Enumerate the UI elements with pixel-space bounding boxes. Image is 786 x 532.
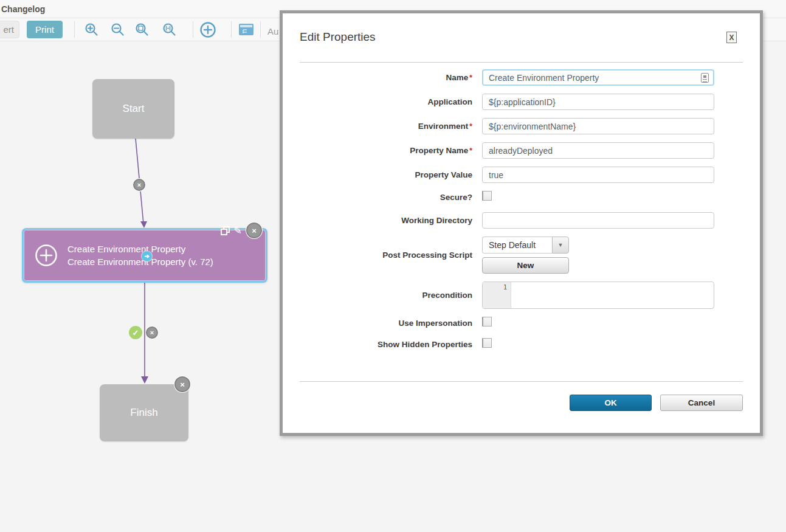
tab-changelog[interactable]: Changelog [0,4,45,14]
field-row-property-name: Property Name* [300,142,743,159]
precondition-code-area[interactable] [511,282,714,308]
toolbar-separator [231,21,232,38]
property-name-input[interactable] [482,142,714,159]
zoom-in-icon[interactable] [83,22,101,38]
step-node-version: Create Environment Property (v. 72) [67,255,213,268]
secure-checkbox[interactable] [482,191,492,201]
required-marker: * [469,74,472,82]
toolbar-separator [74,21,75,38]
environment-label: Environment [418,122,469,131]
finish-node-label: Finish [130,407,157,419]
field-row-environment: Environment* [300,118,743,134]
connector-delete-icon[interactable]: × [133,179,145,191]
show-hidden-properties-label: Show Hidden Properties [377,340,472,349]
zoom-out-icon[interactable] [109,22,127,38]
zoom-fit-icon[interactable] [133,22,151,38]
environment-input[interactable] [482,118,714,134]
dialog-title: Edit Properties [300,30,376,44]
add-step-icon[interactable] [199,22,217,38]
expand-step-icon[interactable] [35,244,58,267]
close-icon[interactable]: X [726,32,737,43]
post-processing-script-label: Post Processing Script [382,250,472,260]
secure-label: Secure? [440,193,472,202]
divider [300,62,743,63]
required-marker: * [469,122,472,131]
working-directory-input[interactable] [482,212,714,229]
use-impersonation-checkbox[interactable] [482,317,492,326]
copy-step-icon[interactable] [221,226,230,235]
toolbar-separator [193,21,193,38]
property-name-label: Property Name [410,146,468,155]
step-node-create-environment-property[interactable]: Create Environment Property Create Envir… [22,228,267,283]
field-row-name: Name* [300,69,743,86]
property-value-label: Property Value [415,170,472,179]
required-marker: * [469,147,472,155]
auto-layout-label: Au [267,26,278,36]
step-node-name: Create Environment Property [67,243,213,255]
drag-connection-icon[interactable]: ➜ [142,251,152,261]
precondition-editor[interactable]: 1 [482,282,714,309]
precondition-label: Precondition [422,291,472,300]
toolbar-separator [260,21,261,38]
print-button[interactable]: Print [27,21,63,38]
toggle-palette-icon[interactable] [237,22,255,38]
field-row-post-processing-script: Post Processing Script Step Default ▼ Ne… [300,237,743,274]
name-label: Name [446,73,469,82]
show-hidden-properties-checkbox[interactable] [482,338,492,348]
line-number: 1 [483,282,511,308]
delete-step-icon[interactable]: × [246,223,262,238]
success-condition-icon[interactable]: ✓ [129,326,142,339]
zoom-actual-icon[interactable] [160,22,179,38]
post-processing-script-select[interactable]: Step Default ▼ [482,237,569,254]
new-script-button[interactable]: New [482,257,569,274]
revert-button[interactable]: ert [0,21,19,38]
field-row-secure: Secure? [300,191,743,202]
edit-properties-dialog: Edit Properties X Name* Application Envi… [280,10,763,436]
post-processing-script-selected-value: Step Default [482,237,552,254]
divider [300,381,743,382]
field-row-working-directory: Working Directory [300,212,743,229]
field-row-application: Application [300,94,743,110]
field-row-property-value: Property Value [300,167,743,183]
chevron-down-icon[interactable]: ▼ [552,237,569,254]
finish-node[interactable]: Finish [100,384,188,441]
field-row-show-hidden-properties: Show Hidden Properties [300,338,743,349]
ok-button[interactable]: OK [570,395,652,411]
property-value-input[interactable] [482,167,714,183]
application-input[interactable] [482,94,714,110]
edit-step-icon[interactable]: ✎ [234,225,242,237]
delete-finish-connector-icon[interactable]: × [174,376,190,392]
name-input[interactable] [482,69,714,86]
field-row-precondition: Precondition 1 [300,282,743,309]
start-node[interactable]: Start [92,79,174,139]
application-label: Application [428,97,473,106]
start-node-label: Start [123,103,145,115]
use-impersonation-label: Use Impersonation [398,319,472,328]
connector-delete-icon[interactable]: × [146,326,158,339]
insert-property-icon[interactable] [701,73,709,83]
working-directory-label: Working Directory [401,216,472,225]
cancel-button[interactable]: Cancel [660,395,743,411]
field-row-use-impersonation: Use Impersonation [300,317,743,328]
